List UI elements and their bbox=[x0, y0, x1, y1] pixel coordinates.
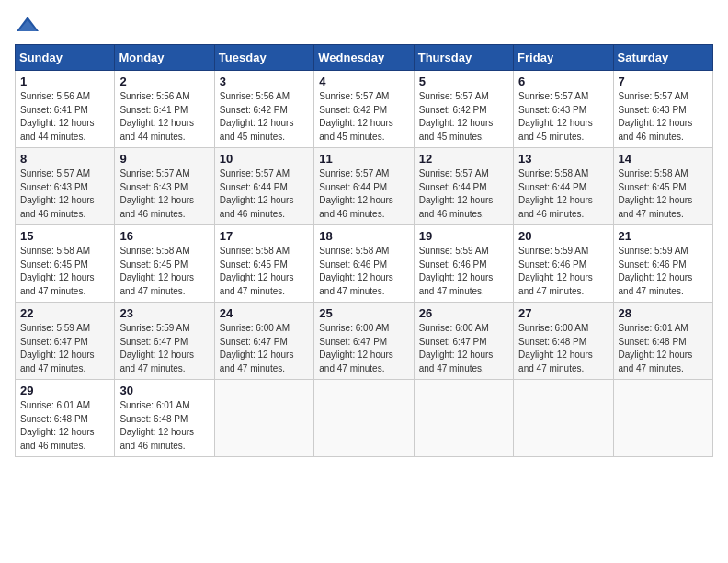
calendar-cell: 10 Sunrise: 5:57 AMSunset: 6:44 PMDaylig… bbox=[214, 148, 313, 225]
day-number: 2 bbox=[119, 75, 209, 88]
day-number: 30 bbox=[119, 384, 209, 397]
day-number: 22 bbox=[20, 306, 109, 320]
weekday-header-tuesday: Tuesday bbox=[214, 45, 313, 71]
calendar-cell: 18 Sunrise: 5:58 AMSunset: 6:46 PMDaylig… bbox=[314, 225, 414, 303]
day-info: Sunrise: 6:00 AMSunset: 6:47 PMDaylight:… bbox=[319, 323, 393, 373]
weekday-header-monday: Monday bbox=[115, 45, 214, 71]
day-info: Sunrise: 5:57 AMSunset: 6:44 PMDaylight:… bbox=[419, 168, 494, 219]
calendar-cell: 8 Sunrise: 5:57 AMSunset: 6:43 PMDayligh… bbox=[16, 148, 115, 225]
day-number: 18 bbox=[319, 229, 408, 243]
day-number: 24 bbox=[220, 306, 309, 320]
day-number: 1 bbox=[20, 75, 109, 88]
day-number: 29 bbox=[20, 384, 109, 397]
weekday-header-friday: Friday bbox=[514, 45, 613, 71]
calendar-cell bbox=[214, 380, 313, 457]
day-info: Sunrise: 5:59 AMSunset: 6:47 PMDaylight:… bbox=[20, 323, 95, 373]
day-info: Sunrise: 6:00 AMSunset: 6:47 PMDaylight:… bbox=[419, 323, 494, 373]
day-number: 21 bbox=[619, 229, 708, 243]
day-number: 7 bbox=[619, 75, 708, 88]
calendar-cell: 12 Sunrise: 5:57 AMSunset: 6:44 PMDaylig… bbox=[414, 148, 513, 225]
day-info: Sunrise: 6:01 AMSunset: 6:48 PMDaylight:… bbox=[20, 400, 95, 451]
calendar-cell bbox=[514, 380, 613, 457]
day-number: 8 bbox=[20, 152, 109, 166]
day-info: Sunrise: 5:58 AMSunset: 6:45 PMDaylight:… bbox=[20, 246, 95, 296]
calendar-cell: 25 Sunrise: 6:00 AMSunset: 6:47 PMDaylig… bbox=[314, 303, 414, 380]
day-number: 4 bbox=[319, 75, 408, 88]
day-info: Sunrise: 5:59 AMSunset: 6:47 PMDaylight:… bbox=[119, 323, 194, 373]
calendar-cell: 2 Sunrise: 5:56 AMSunset: 6:41 PMDayligh… bbox=[115, 71, 214, 148]
weekday-header-thursday: Thursday bbox=[414, 45, 513, 71]
calendar-cell: 27 Sunrise: 6:00 AMSunset: 6:48 PMDaylig… bbox=[514, 303, 613, 380]
calendar-cell: 14 Sunrise: 5:58 AMSunset: 6:45 PMDaylig… bbox=[613, 148, 712, 225]
day-info: Sunrise: 5:57 AMSunset: 6:42 PMDaylight:… bbox=[419, 91, 494, 142]
weekday-header-row: SundayMondayTuesdayWednesdayThursdayFrid… bbox=[16, 45, 713, 71]
calendar-cell bbox=[613, 380, 712, 457]
calendar-week-1: 1 Sunrise: 5:56 AMSunset: 6:41 PMDayligh… bbox=[16, 71, 713, 148]
page-header bbox=[15, 15, 713, 35]
day-number: 13 bbox=[518, 152, 608, 166]
calendar-cell bbox=[314, 380, 414, 457]
calendar-cell: 15 Sunrise: 5:58 AMSunset: 6:45 PMDaylig… bbox=[16, 225, 115, 303]
logo bbox=[15, 15, 44, 35]
calendar-week-4: 22 Sunrise: 5:59 AMSunset: 6:47 PMDaylig… bbox=[16, 303, 713, 380]
logo-icon bbox=[15, 15, 40, 35]
calendar-cell: 20 Sunrise: 5:59 AMSunset: 6:46 PMDaylig… bbox=[514, 225, 613, 303]
day-number: 25 bbox=[319, 306, 408, 320]
day-number: 23 bbox=[119, 306, 209, 320]
day-number: 28 bbox=[619, 306, 708, 320]
day-number: 16 bbox=[119, 229, 209, 243]
day-info: Sunrise: 5:58 AMSunset: 6:45 PMDaylight:… bbox=[619, 168, 693, 219]
calendar-body: 1 Sunrise: 5:56 AMSunset: 6:41 PMDayligh… bbox=[16, 71, 713, 457]
day-number: 17 bbox=[220, 229, 309, 243]
calendar-cell: 28 Sunrise: 6:01 AMSunset: 6:48 PMDaylig… bbox=[613, 303, 712, 380]
calendar-cell: 24 Sunrise: 6:00 AMSunset: 6:47 PMDaylig… bbox=[214, 303, 313, 380]
day-info: Sunrise: 6:00 AMSunset: 6:47 PMDaylight:… bbox=[220, 323, 294, 373]
calendar-week-2: 8 Sunrise: 5:57 AMSunset: 6:43 PMDayligh… bbox=[16, 148, 713, 225]
calendar-cell: 11 Sunrise: 5:57 AMSunset: 6:44 PMDaylig… bbox=[314, 148, 414, 225]
weekday-header-sunday: Sunday bbox=[16, 45, 115, 71]
day-number: 15 bbox=[20, 229, 109, 243]
calendar-cell: 29 Sunrise: 6:01 AMSunset: 6:48 PMDaylig… bbox=[16, 380, 115, 457]
day-info: Sunrise: 5:58 AMSunset: 6:45 PMDaylight:… bbox=[220, 246, 294, 296]
calendar-cell: 6 Sunrise: 5:57 AMSunset: 6:43 PMDayligh… bbox=[514, 71, 613, 148]
calendar-cell: 19 Sunrise: 5:59 AMSunset: 6:46 PMDaylig… bbox=[414, 225, 513, 303]
calendar-cell: 17 Sunrise: 5:58 AMSunset: 6:45 PMDaylig… bbox=[214, 225, 313, 303]
day-number: 19 bbox=[419, 229, 508, 243]
calendar-table: SundayMondayTuesdayWednesdayThursdayFrid… bbox=[15, 44, 713, 457]
calendar-cell: 7 Sunrise: 5:57 AMSunset: 6:43 PMDayligh… bbox=[613, 71, 712, 148]
day-number: 9 bbox=[119, 152, 209, 166]
day-info: Sunrise: 5:56 AMSunset: 6:41 PMDaylight:… bbox=[119, 91, 194, 142]
day-info: Sunrise: 6:00 AMSunset: 6:48 PMDaylight:… bbox=[518, 323, 593, 373]
day-number: 20 bbox=[518, 229, 608, 243]
calendar-cell bbox=[414, 380, 513, 457]
calendar-cell: 9 Sunrise: 5:57 AMSunset: 6:43 PMDayligh… bbox=[115, 148, 214, 225]
day-info: Sunrise: 5:57 AMSunset: 6:44 PMDaylight:… bbox=[319, 168, 393, 219]
day-info: Sunrise: 5:57 AMSunset: 6:44 PMDaylight:… bbox=[220, 168, 294, 219]
calendar-week-5: 29 Sunrise: 6:01 AMSunset: 6:48 PMDaylig… bbox=[16, 380, 713, 457]
calendar-cell: 13 Sunrise: 5:58 AMSunset: 6:44 PMDaylig… bbox=[514, 148, 613, 225]
day-info: Sunrise: 5:58 AMSunset: 6:44 PMDaylight:… bbox=[518, 168, 593, 219]
day-number: 3 bbox=[220, 75, 309, 88]
day-number: 6 bbox=[518, 75, 608, 88]
calendar-cell: 23 Sunrise: 5:59 AMSunset: 6:47 PMDaylig… bbox=[115, 303, 214, 380]
calendar-cell: 30 Sunrise: 6:01 AMSunset: 6:48 PMDaylig… bbox=[115, 380, 214, 457]
day-info: Sunrise: 5:59 AMSunset: 6:46 PMDaylight:… bbox=[518, 246, 593, 296]
day-number: 12 bbox=[419, 152, 508, 166]
day-info: Sunrise: 5:57 AMSunset: 6:42 PMDaylight:… bbox=[319, 91, 393, 142]
calendar-cell: 26 Sunrise: 6:00 AMSunset: 6:47 PMDaylig… bbox=[414, 303, 513, 380]
day-info: Sunrise: 5:56 AMSunset: 6:41 PMDaylight:… bbox=[20, 91, 95, 142]
day-info: Sunrise: 5:57 AMSunset: 6:43 PMDaylight:… bbox=[119, 168, 194, 219]
day-number: 10 bbox=[220, 152, 309, 166]
calendar-cell: 21 Sunrise: 5:59 AMSunset: 6:46 PMDaylig… bbox=[613, 225, 712, 303]
calendar-cell: 3 Sunrise: 5:56 AMSunset: 6:42 PMDayligh… bbox=[214, 71, 313, 148]
day-number: 11 bbox=[319, 152, 408, 166]
day-info: Sunrise: 5:56 AMSunset: 6:42 PMDaylight:… bbox=[220, 91, 294, 142]
day-info: Sunrise: 6:01 AMSunset: 6:48 PMDaylight:… bbox=[619, 323, 693, 373]
weekday-header-wednesday: Wednesday bbox=[314, 45, 414, 71]
day-info: Sunrise: 5:59 AMSunset: 6:46 PMDaylight:… bbox=[419, 246, 494, 296]
day-info: Sunrise: 5:59 AMSunset: 6:46 PMDaylight:… bbox=[619, 246, 693, 296]
day-info: Sunrise: 5:58 AMSunset: 6:45 PMDaylight:… bbox=[119, 246, 194, 296]
calendar-cell: 5 Sunrise: 5:57 AMSunset: 6:42 PMDayligh… bbox=[414, 71, 513, 148]
day-number: 14 bbox=[619, 152, 708, 166]
day-number: 27 bbox=[518, 306, 608, 320]
